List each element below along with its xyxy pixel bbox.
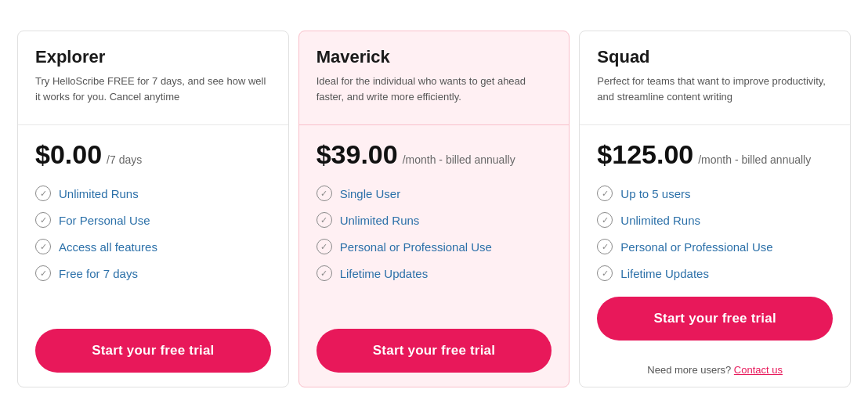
list-item: ✓Lifetime Updates: [597, 265, 833, 281]
list-item: ✓Unlimited Runs: [35, 186, 271, 201]
plan-price-row-explorer: $0.00/7 days: [35, 139, 271, 170]
plan-period-explorer: /7 days: [107, 153, 142, 166]
feature-text-squad-0: Up to 5 users: [620, 187, 690, 200]
features-list-maverick: ✓Single User✓Unlimited Runs✓Personal or …: [316, 186, 552, 313]
plan-footer-squad: Need more users? Contact us: [580, 355, 850, 387]
list-item: ✓Personal or Professional Use: [597, 239, 833, 254]
plan-name-squad: Squad: [597, 47, 833, 67]
plan-price-squad: $125.00: [597, 139, 693, 170]
check-icon: ✓: [316, 239, 332, 254]
cta-button-squad[interactable]: Start your free trial: [597, 297, 833, 341]
contact-us-link[interactable]: Contact us: [734, 364, 783, 376]
plan-description-squad: Perfect for teams that want to improve p…: [597, 74, 833, 104]
feature-text-explorer-2: Access all features: [59, 240, 157, 254]
plan-body-explorer: $0.00/7 days✓Unlimited Runs✓For Personal…: [18, 125, 288, 387]
plan-price-explorer: $0.00: [35, 139, 102, 170]
plan-description-explorer: Try HelloScribe FREE for 7 days, and see…: [35, 74, 271, 104]
plan-name-maverick: Maverick: [316, 47, 552, 67]
features-list-explorer: ✓Unlimited Runs✓For Personal Use✓Access …: [35, 186, 271, 313]
plan-card-squad: SquadPerfect for teams that want to impr…: [579, 31, 851, 387]
plan-body-maverick: $39.00/month - billed annually✓Single Us…: [299, 125, 570, 387]
plan-price-row-maverick: $39.00/month - billed annually: [316, 139, 552, 170]
check-icon: ✓: [35, 265, 51, 281]
check-icon: ✓: [597, 265, 613, 281]
check-icon: ✓: [316, 212, 332, 228]
plan-name-explorer: Explorer: [35, 47, 271, 67]
feature-text-maverick-2: Personal or Professional Use: [340, 240, 492, 254]
feature-text-explorer-1: For Personal Use: [59, 214, 150, 227]
pricing-grid: ExplorerTry HelloScribe FREE for 7 days,…: [13, 31, 855, 387]
plan-description-maverick: Ideal for the individual who wants to ge…: [316, 74, 552, 104]
plan-header-explorer: ExplorerTry HelloScribe FREE for 7 days,…: [18, 31, 288, 125]
plan-body-squad: $125.00/month - billed annually✓Up to 5 …: [580, 125, 850, 355]
feature-text-maverick-1: Unlimited Runs: [340, 214, 420, 227]
list-item: ✓Personal or Professional Use: [316, 239, 552, 254]
check-icon: ✓: [35, 186, 51, 201]
feature-text-explorer-0: Unlimited Runs: [59, 187, 139, 200]
check-icon: ✓: [35, 239, 51, 254]
feature-text-squad-2: Personal or Professional Use: [620, 240, 772, 254]
list-item: ✓Up to 5 users: [597, 186, 833, 201]
feature-text-squad-3: Lifetime Updates: [620, 267, 709, 280]
plan-card-explorer: ExplorerTry HelloScribe FREE for 7 days,…: [17, 31, 289, 387]
check-icon: ✓: [35, 212, 51, 228]
feature-text-maverick-0: Single User: [340, 187, 401, 200]
features-list-squad: ✓Up to 5 users✓Unlimited Runs✓Personal o…: [597, 186, 833, 281]
list-item: ✓For Personal Use: [35, 212, 271, 228]
check-icon: ✓: [597, 212, 613, 228]
footer-text: Need more users?: [647, 364, 734, 376]
cta-button-explorer[interactable]: Start your free trial: [35, 329, 271, 373]
check-icon: ✓: [597, 239, 613, 254]
check-icon: ✓: [316, 186, 332, 201]
feature-text-maverick-3: Lifetime Updates: [340, 267, 429, 280]
check-icon: ✓: [597, 186, 613, 201]
plan-header-squad: SquadPerfect for teams that want to impr…: [580, 31, 850, 125]
check-icon: ✓: [316, 265, 332, 281]
list-item: ✓Free for 7 days: [35, 265, 271, 281]
list-item: ✓Single User: [316, 186, 552, 201]
feature-text-explorer-3: Free for 7 days: [59, 267, 138, 280]
cta-button-maverick[interactable]: Start your free trial: [316, 329, 552, 373]
plan-header-maverick: MaverickIdeal for the individual who wan…: [299, 31, 570, 125]
list-item: ✓Access all features: [35, 239, 271, 254]
plan-card-maverick: MaverickIdeal for the individual who wan…: [298, 31, 570, 387]
feature-text-squad-1: Unlimited Runs: [620, 214, 700, 227]
list-item: ✓Lifetime Updates: [316, 265, 552, 281]
plan-period-maverick: /month - billed annually: [403, 153, 515, 166]
list-item: ✓Unlimited Runs: [597, 212, 833, 228]
plan-period-squad: /month - billed annually: [698, 153, 811, 166]
plan-price-row-squad: $125.00/month - billed annually: [597, 139, 833, 170]
list-item: ✓Unlimited Runs: [316, 212, 552, 228]
plan-price-maverick: $39.00: [316, 139, 398, 170]
